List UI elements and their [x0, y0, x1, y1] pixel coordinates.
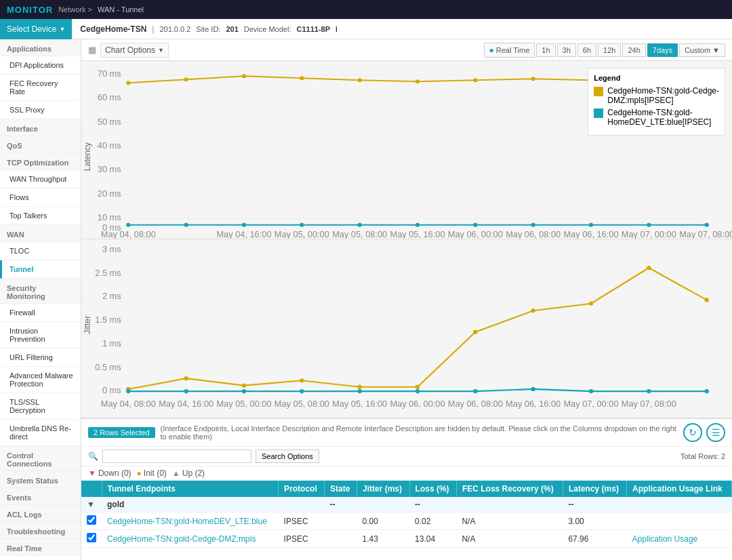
total-rows: Total Rows: 2 [680, 452, 725, 460]
row1-checkbox[interactable] [87, 515, 96, 525]
svg-text:30 ms: 30 ms [98, 165, 121, 175]
group-state: -- [325, 497, 357, 513]
time-btn-7days[interactable]: 7days [647, 43, 678, 57]
sidebar-item-dpi-applications[interactable]: DPI Applications [0, 56, 81, 75]
device-bar: Select Device ▼ CedgeHome-TSN | 201.0.0.… [0, 19, 732, 39]
sidebar-item-advanced-malware-protection[interactable]: Advanced Malware Protection [0, 367, 81, 393]
svg-text:20 ms: 20 ms [98, 189, 121, 199]
svg-point-70 [531, 308, 535, 313]
sidebar-item-top-talkers[interactable]: Top Talkers [0, 207, 81, 225]
sidebar-item-url-filtering[interactable]: URL Filtering [0, 348, 81, 367]
sidebar-section-events: Events [0, 488, 81, 505]
sidebar-item-tloc[interactable]: TLOC [0, 242, 81, 260]
svg-point-83 [647, 389, 651, 393]
svg-point-72 [647, 266, 651, 270]
col-header-loss[interactable]: Loss (%) [409, 481, 456, 497]
svg-point-68 [415, 385, 420, 389]
device-model-label: Device Model: [244, 25, 291, 33]
sidebar-section-acl-logs: ACL Logs [0, 505, 81, 522]
main-layout: Applications DPI Applications FEC Recove… [0, 39, 732, 560]
col-header-app-usage[interactable]: Application Usage Link [627, 481, 732, 497]
time-btn-24h[interactable]: 24h [622, 43, 645, 57]
row1-checkbox-cell[interactable] [81, 513, 102, 530]
filter-pill-init[interactable]: ● Init (0) [137, 468, 167, 478]
group-app [627, 497, 732, 513]
chart-options-button[interactable]: Chart Options ▼ [100, 43, 169, 58]
svg-point-71 [589, 302, 593, 306]
row1-latency: 3.00 [563, 513, 626, 530]
filter-pill-up[interactable]: ▲ Up (2) [172, 468, 205, 478]
row2-jitter: 1.43 [357, 530, 409, 548]
svg-text:2.5 ms: 2.5 ms [95, 268, 121, 278]
svg-point-34 [531, 223, 535, 227]
sidebar-item-ssl-proxy[interactable]: SSL Proxy [0, 101, 81, 119]
svg-point-35 [589, 223, 593, 227]
svg-point-33 [473, 223, 477, 227]
site-id-label: Site ID: [196, 25, 220, 33]
svg-text:70 ms: 70 ms [98, 69, 121, 79]
time-btn-6h[interactable]: 6h [577, 43, 596, 57]
row2-app-usage[interactable]: Application Usage [627, 530, 732, 548]
select-device-button[interactable]: Select Device ▼ [0, 19, 72, 39]
col-header-fec[interactable]: FEC Loss Recovery (%) [456, 481, 563, 497]
filter-pill-down[interactable]: ▼ Down (0) [88, 468, 131, 478]
time-btn-3h[interactable]: 3h [557, 43, 576, 57]
search-options-button[interactable]: Search Options [256, 449, 319, 463]
sidebar-item-umbrella-dns[interactable]: Umbrella DNS Re-direct [0, 420, 81, 446]
svg-text:3 ms: 3 ms [102, 244, 121, 254]
svg-text:60 ms: 60 ms [98, 94, 121, 103]
svg-text:2 ms: 2 ms [102, 291, 121, 301]
svg-point-27 [126, 223, 130, 227]
refresh-icon[interactable]: ↻ [683, 423, 702, 442]
down-arrow-icon: ▼ [88, 468, 96, 478]
svg-text:0.5 ms: 0.5 ms [95, 362, 121, 372]
row2-checkbox[interactable] [87, 533, 96, 542]
svg-text:May 05, 08:00: May 05, 08:00 [332, 230, 387, 239]
sidebar-item-firewall[interactable]: Firewall [0, 304, 81, 322]
col-header-protocol[interactable]: Protocol [279, 481, 325, 497]
search-input[interactable] [102, 449, 251, 463]
svg-point-28 [184, 223, 188, 227]
svg-point-73 [704, 298, 708, 302]
time-btn-1h[interactable]: 1h [536, 43, 555, 57]
sidebar-item-tunnel[interactable]: Tunnel [0, 260, 81, 279]
columns-icon[interactable]: ☰ [706, 423, 725, 442]
sidebar-item-flows[interactable]: Flows [0, 188, 81, 207]
device-name: CedgeHome-TSN [80, 24, 146, 34]
svg-point-66 [300, 378, 304, 382]
svg-point-81 [531, 387, 535, 391]
sidebar-item-intrusion-prevention[interactable]: Intrusion Prevention [0, 322, 81, 348]
sidebar-section-qos: QoS [0, 136, 81, 153]
svg-text:May 05, 00:00: May 05, 00:00 [274, 230, 329, 239]
chart-toolbar: ▦ Chart Options ▼ ● Real Time 1h 3h 6h 1… [81, 39, 732, 61]
col-header-jitter[interactable]: Jitter (ms) [357, 481, 409, 497]
sidebar-item-wan-throughput[interactable]: WAN Throughput [0, 170, 81, 188]
col-header-tunnel-endpoints[interactable]: Tunnel Endpoints [102, 481, 279, 497]
sidebar-item-fec-recovery-rate[interactable]: FEC Recovery Rate [0, 75, 81, 101]
group-jitter [357, 497, 409, 513]
legend-item-2: CedgeHome-TSN:gold-HomeDEV_LTE:blue[IPSE… [594, 108, 719, 127]
info-icon[interactable]: i [336, 24, 338, 34]
svg-text:May 04, 16:00: May 04, 16:00 [216, 230, 271, 239]
col-header-state[interactable]: State [325, 481, 357, 497]
bottom-hint: (Interface Endpoints, Local Interface De… [161, 424, 678, 441]
svg-text:10 ms: 10 ms [98, 213, 121, 222]
time-btn-realtime[interactable]: ● Real Time [484, 43, 535, 58]
svg-point-20 [357, 78, 361, 82]
sidebar-section-system-status: System Status [0, 471, 81, 488]
group-expand-cell[interactable]: ▼ [81, 497, 102, 513]
col-header-latency[interactable]: Latency (ms) [563, 481, 626, 497]
sidebar-section-interface: Interface [0, 119, 81, 136]
time-btn-custom[interactable]: Custom ▼ [679, 43, 725, 57]
filter-init-label: Init (0) [144, 468, 167, 478]
row1-loss: 0.02 [409, 513, 456, 530]
row2-checkbox-cell[interactable] [81, 530, 102, 548]
top-bar: MONITOR Network > WAN - Tunnel [0, 0, 732, 19]
svg-text:May 05, 00:00: May 05, 00:00 [216, 399, 271, 409]
svg-text:May 06, 16:00: May 06, 16:00 [506, 399, 561, 409]
row2-loss: 13.04 [409, 530, 456, 548]
sidebar-item-tls-ssl-decryption[interactable]: TLS/SSL Decryption [0, 393, 81, 420]
time-btn-12h[interactable]: 12h [598, 43, 621, 57]
up-arrow-icon: ▲ [172, 468, 180, 478]
svg-point-74 [126, 389, 130, 393]
